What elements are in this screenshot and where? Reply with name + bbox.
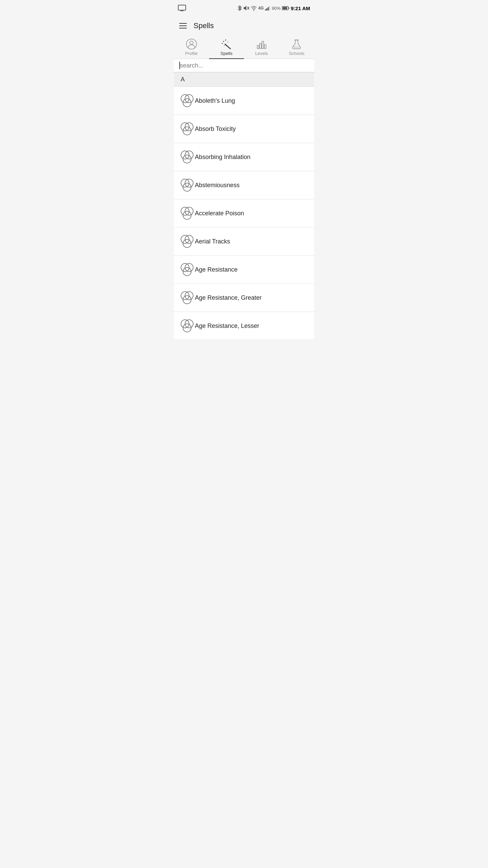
battery-percent: 90% [272, 6, 281, 11]
spell-name: Abstemiousness [195, 182, 240, 189]
spell-name: Aboleth's Lung [195, 97, 235, 104]
svg-line-22 [225, 44, 226, 45]
status-bar-left [178, 5, 186, 12]
svg-point-15 [190, 41, 193, 44]
tab-profile-label: Profile [185, 51, 198, 56]
signal-icon [265, 6, 270, 11]
bluetooth-icon [237, 5, 242, 11]
app-bar: Spells [174, 16, 314, 35]
svg-rect-26 [264, 45, 266, 48]
svg-point-20 [224, 45, 225, 46]
spell-name: Absorbing Inhalation [195, 154, 250, 161]
svg-point-16 [223, 41, 224, 42]
svg-rect-10 [269, 6, 270, 11]
svg-rect-12 [289, 7, 289, 9]
tab-profile[interactable]: Profile [174, 35, 209, 59]
svg-point-6 [253, 10, 254, 11]
svg-rect-2 [180, 11, 184, 11]
tab-spells[interactable]: Spells [209, 35, 244, 59]
svg-rect-8 [266, 8, 267, 11]
spell-item[interactable]: Absorbing Inhalation [174, 143, 314, 171]
svg-rect-0 [178, 5, 186, 10]
spell-list: Aboleth's Lung Absorb Toxicity Absorbing… [174, 87, 314, 340]
bar-chart-icon [256, 39, 267, 50]
levels-tab-icon [256, 39, 267, 50]
svg-point-18 [222, 43, 223, 44]
svg-rect-25 [262, 41, 264, 48]
svg-rect-23 [257, 45, 259, 48]
svg-marker-3 [244, 6, 246, 11]
conjuration-icon [179, 234, 195, 249]
spell-item[interactable]: Absorb Toxicity [174, 115, 314, 143]
spell-item[interactable]: Aerial Tracks [174, 228, 314, 256]
schools-tab-icon [291, 39, 302, 50]
spell-name: Absorb Toxicity [195, 125, 236, 133]
spell-item[interactable]: Abstemiousness [174, 171, 314, 199]
svg-rect-1 [181, 10, 183, 11]
status-time: 9:21 AM [291, 5, 310, 11]
svg-rect-7 [265, 9, 266, 11]
spell-name: Age Resistance, Lesser [195, 322, 259, 330]
conjuration-icon [179, 318, 195, 334]
profile-tab-icon [186, 39, 197, 50]
tab-schools[interactable]: Schools [279, 35, 314, 59]
spell-item[interactable]: Age Resistance, Greater [174, 284, 314, 312]
conjuration-icon [179, 262, 195, 277]
svg-point-14 [186, 39, 197, 49]
spell-item[interactable]: Accelerate Poison [174, 199, 314, 228]
svg-point-19 [227, 42, 228, 42]
tab-levels[interactable]: Levels [244, 35, 279, 59]
tab-bar: Profile Spells [174, 35, 314, 59]
spell-name: Accelerate Poison [195, 210, 244, 217]
svg-rect-24 [260, 43, 261, 48]
spell-name: Age Resistance, Greater [195, 294, 262, 301]
spell-item[interactable]: Age Resistance, Lesser [174, 312, 314, 340]
svg-rect-9 [268, 7, 269, 11]
status-bar-right: 4G 90% 9:21 AM [237, 5, 310, 11]
mute-icon [243, 5, 249, 11]
status-bar: 4G 90% 9:21 AM [174, 0, 314, 16]
conjuration-icon [179, 121, 195, 137]
conjuration-icon [179, 290, 195, 305]
search-bar [174, 59, 314, 72]
spell-item[interactable]: Aboleth's Lung [174, 87, 314, 115]
search-input[interactable] [180, 62, 309, 69]
tab-levels-label: Levels [255, 51, 268, 56]
section-letter: A [181, 76, 185, 83]
network-label: 4G [258, 6, 264, 11]
battery-icon [282, 6, 289, 10]
conjuration-icon [179, 93, 195, 108]
wifi-icon [251, 6, 257, 11]
screen-icon [178, 5, 186, 12]
flask-icon [291, 39, 302, 50]
conjuration-icon [179, 177, 195, 193]
spell-name: Age Resistance [195, 266, 238, 273]
tab-schools-label: Schools [289, 51, 304, 56]
svg-point-17 [225, 40, 226, 41]
conjuration-icon [179, 149, 195, 165]
spells-tab-icon [221, 39, 232, 50]
tab-spells-label: Spells [221, 51, 232, 56]
wand-icon [221, 39, 232, 50]
conjuration-icon [179, 205, 195, 221]
person-icon [186, 39, 197, 50]
section-header-a: A [174, 72, 314, 87]
svg-rect-13 [283, 7, 287, 9]
app-title: Spells [194, 21, 214, 30]
spell-item[interactable]: Age Resistance [174, 256, 314, 284]
spell-name: Aerial Tracks [195, 238, 230, 245]
menu-button[interactable] [179, 23, 187, 28]
